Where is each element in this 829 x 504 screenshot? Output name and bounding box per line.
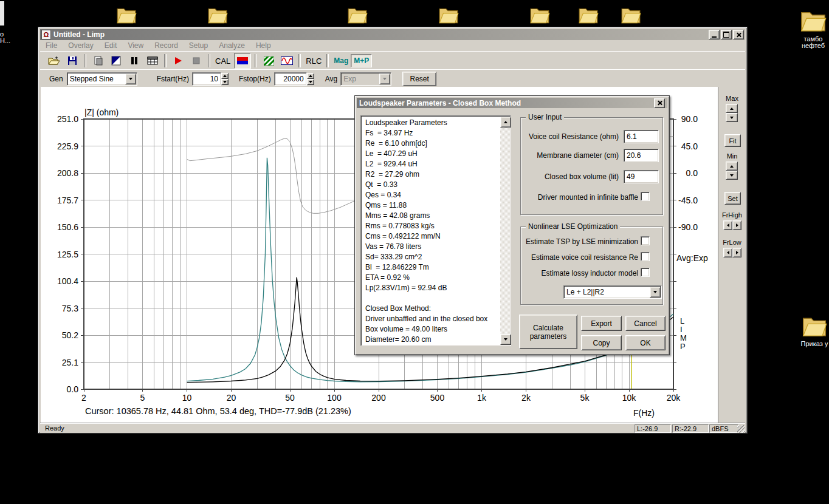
desktop-folder-tambov[interactable]: тамбо нефтеб: [797, 5, 829, 49]
stop-button[interactable]: [188, 53, 204, 68]
avg-select-disabled: Exp: [340, 72, 391, 86]
desktop-folder[interactable]: [528, 4, 552, 26]
desktop-folder[interactable]: [345, 4, 370, 26]
new-overlay-button[interactable]: [90, 53, 106, 68]
frlow-right-button[interactable]: [732, 248, 741, 257]
rlc-button[interactable]: RLC: [303, 53, 324, 68]
desktop-folder[interactable]: [436, 4, 461, 26]
baffle-checkbox[interactable]: [641, 192, 650, 201]
desktop-folder[interactable]: [576, 4, 600, 26]
folder-label: тамбо нефтеб: [797, 36, 829, 49]
menu-setup[interactable]: Setup: [184, 41, 213, 50]
table-button[interactable]: [145, 53, 160, 68]
close-button[interactable]: [733, 30, 744, 39]
desktop-folder-prikaz[interactable]: Приказ у: [800, 311, 829, 347]
lse-tsp-checkbox[interactable]: [641, 236, 650, 245]
mag-phase-view-button[interactable]: M+P: [351, 54, 372, 67]
dialog-title-bar[interactable]: Loudspeaker Parameters - Closed Box Meth…: [357, 98, 667, 108]
frlow-stepper[interactable]: [723, 248, 741, 257]
folder-label: Приказ у: [800, 341, 829, 347]
frhigh-stepper[interactable]: [723, 220, 741, 230]
partial-desktop-icon[interactable]: [0, 1, 4, 26]
phase-tick-label: 45.0: [681, 141, 698, 151]
ok-button[interactable]: OK: [625, 335, 666, 350]
min-down-button[interactable]: [726, 171, 738, 180]
pause-button[interactable]: [126, 53, 142, 68]
box-volume-input[interactable]: 49: [624, 170, 659, 183]
desktop-folder[interactable]: [619, 4, 643, 26]
resize-grip[interactable]: [737, 425, 745, 433]
max-down-button[interactable]: [726, 113, 738, 122]
spin-down-button[interactable]: [307, 79, 314, 85]
max-spinner[interactable]: [726, 104, 738, 122]
lse-re-checkbox[interactable]: [641, 252, 650, 261]
spin-up-button[interactable]: [307, 73, 314, 79]
parameters-text: Loudspeaker Parameters Fs = 34.97 Hz Re …: [365, 118, 487, 345]
phase-tick-label: 90.0: [681, 114, 698, 124]
title-bar[interactable]: Ω Untitled - Limp: [40, 29, 745, 40]
menu-analyze[interactable]: Analyze: [213, 41, 250, 50]
inductor-model-select[interactable]: Le + L2||R2: [563, 285, 662, 299]
frlow-left-button[interactable]: [723, 248, 732, 257]
generator-dropdown-button[interactable]: [125, 73, 136, 84]
menu-overlay[interactable]: Overlay: [63, 41, 98, 50]
overlay-toggle-button[interactable]: [108, 53, 124, 68]
menu-file[interactable]: File: [40, 41, 63, 50]
folder-icon: [800, 5, 827, 35]
desktop-folder[interactable]: [205, 4, 230, 26]
desktop-folder[interactable]: [114, 4, 139, 26]
spin-down-button[interactable]: [221, 79, 229, 85]
fstart-input[interactable]: 10: [192, 72, 221, 86]
fstop-spinner[interactable]: [307, 73, 314, 85]
voice-coil-input[interactable]: 6.1: [624, 130, 659, 143]
toolbar: CAL RLC Mag M+P: [40, 51, 745, 70]
play-button[interactable]: [170, 53, 186, 68]
cursor-readout: Cursor: 10365.78 Hz, 44.81 Ohm, 53.4 deg…: [85, 406, 351, 416]
menu-view[interactable]: View: [122, 41, 149, 50]
x-axis-tick-label: 10k: [622, 393, 637, 403]
export-button[interactable]: Export: [581, 316, 622, 331]
menu-edit[interactable]: Edit: [99, 41, 123, 50]
generator-select[interactable]: Stepped Sine: [67, 72, 137, 86]
max-up-button[interactable]: [726, 104, 738, 113]
folder-icon: [116, 4, 137, 26]
model-dropdown-button[interactable]: [650, 287, 661, 298]
mag-view-button[interactable]: Mag: [331, 53, 351, 68]
arrow-down-icon: [730, 117, 734, 119]
open-button[interactable]: [46, 53, 62, 68]
minimize-button[interactable]: [709, 30, 720, 39]
spin-up-button[interactable]: [221, 73, 229, 79]
fit-button[interactable]: Fit: [724, 134, 741, 147]
user-input-group-label: User Input: [526, 113, 564, 121]
cal-button[interactable]: CAL: [213, 53, 233, 68]
listbox-scrollbar[interactable]: [500, 117, 510, 345]
fstop-input[interactable]: 20000: [274, 72, 307, 86]
frhigh-left-button[interactable]: [723, 220, 732, 230]
membrane-input[interactable]: 20.6: [624, 149, 659, 162]
magnitude-display-button[interactable]: [234, 53, 251, 69]
y-axis-tick-label: 75.3: [62, 304, 78, 313]
arrow-down-icon: [730, 174, 734, 177]
set-button[interactable]: Set: [724, 192, 741, 205]
copy-button[interactable]: Copy: [581, 335, 622, 350]
baffle-label: Driver mounted in infinite baffle: [523, 193, 638, 202]
lse-inductor-checkbox[interactable]: [641, 268, 650, 277]
calculate-parameters-button[interactable]: Calculate parameters: [519, 315, 577, 349]
scroll-down-button[interactable]: [500, 334, 511, 345]
parameters-listbox[interactable]: Loudspeaker Parameters Fs = 34.97 Hz Re …: [360, 115, 511, 346]
reset-button[interactable]: Reset: [402, 72, 436, 86]
fstart-spinner[interactable]: [221, 73, 229, 85]
maximize-button[interactable]: [721, 30, 732, 39]
scroll-up-button[interactable]: [500, 117, 511, 128]
generator-setup-button[interactable]: [261, 53, 277, 68]
min-spinner[interactable]: [726, 162, 738, 180]
sine-generator-button[interactable]: [279, 53, 295, 68]
min-up-button[interactable]: [726, 162, 738, 171]
app-icon: Ω: [41, 30, 51, 39]
cancel-button[interactable]: Cancel: [625, 316, 666, 331]
save-button[interactable]: [64, 53, 80, 68]
menu-record[interactable]: Record: [149, 41, 184, 50]
dialog-close-button[interactable]: [654, 98, 665, 108]
frhigh-right-button[interactable]: [732, 220, 741, 230]
menu-help[interactable]: Help: [250, 41, 277, 50]
